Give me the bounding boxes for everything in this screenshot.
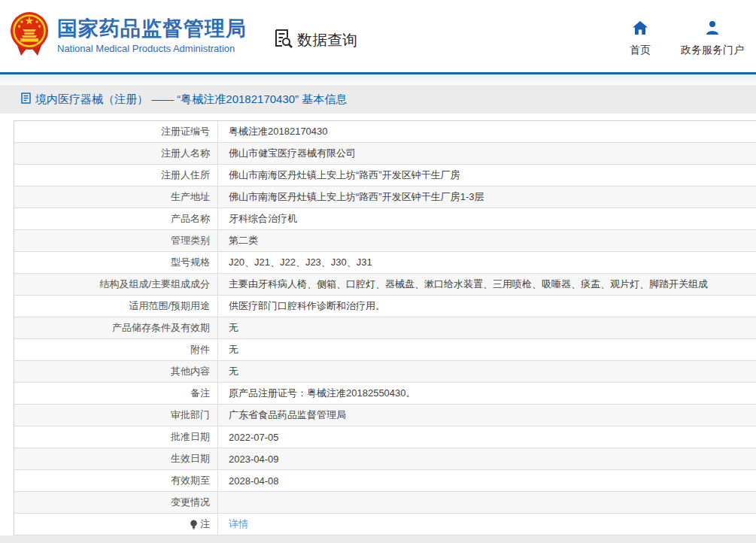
row-label: 生效日期 (14, 448, 218, 469)
row-value: 2023-04-09 (218, 448, 756, 469)
row-label: 变更情况 (14, 492, 218, 513)
row-value: 第二类 (218, 230, 756, 251)
table-row: 审批部门广东省食品药品监督管理局 (14, 405, 756, 426)
nav-gov-portal-label: 政务服务门户 (681, 44, 744, 57)
row-label: 注册人住所 (14, 165, 218, 186)
table-row: 附件无 (14, 339, 756, 361)
table-row: 产品名称牙科综合治疗机 (14, 208, 756, 230)
row-label: 生产地址 (14, 187, 218, 208)
row-value: 粤械注准20182170430 (218, 121, 756, 142)
table-row: 适用范围/预期用途供医疗部门口腔科作诊断和治疗用。 (14, 296, 756, 317)
row-label: 批准日期 (14, 426, 218, 447)
row-label: 有效期至 (14, 470, 218, 491)
row-value (218, 492, 756, 513)
table-row: 有效期至2028-04-08 (14, 470, 756, 492)
page-title: 境内医疗器械（注册） —— “粤械注准20182170430” 基本信息 (35, 93, 347, 107)
row-label: 注册证编号 (14, 121, 218, 142)
row-label: 审批部门 (14, 405, 218, 426)
page-title-bar: 境内医疗器械（注册） —— “粤械注准20182170430” 基本信息 (0, 85, 756, 114)
nav-home-label: 首页 (630, 44, 651, 57)
table-row: 注册证编号粤械注准20182170430 (14, 121, 756, 143)
row-label: 结构及组成/主要组成成分 (14, 274, 218, 295)
table-row: 注册人名称佛山市健宝医疗器械有限公司 (14, 143, 756, 165)
header-shadow (0, 74, 756, 85)
row-value: 原产品注册证号：粤械注准20182550430。 (218, 383, 756, 404)
row-value: 佛山市健宝医疗器械有限公司 (218, 143, 756, 164)
row-value: 2022-07-05 (218, 426, 756, 447)
row-label: 产品储存条件及有效期 (14, 317, 218, 338)
nmpa-logo[interactable]: 国家药品监督管理局 National Medical Products Admi… (9, 11, 247, 62)
row-value: 广东省食品药品监督管理局 (218, 405, 756, 426)
row-label: 型号规格 (14, 252, 218, 273)
table-row: 产品储存条件及有效期无 (14, 317, 756, 339)
table-row: 注册人住所佛山市南海区丹灶镇上安上坊“路西”开发区钟干生厂房 (14, 165, 756, 187)
table-row: 结构及组成/主要组成成分主要由牙科病人椅、侧箱、口腔灯、器械盘、漱口给水装置、三… (14, 274, 756, 296)
row-value: 详情 (218, 514, 756, 535)
table-row: 型号规格J20、J21、J22、J23、J30、J31 (14, 252, 756, 274)
row-value: 无 (218, 317, 756, 338)
footer-strip (0, 535, 756, 543)
top-nav: 首页 政务服务门户 (630, 20, 744, 57)
site-header: 国家药品监督管理局 National Medical Products Admi… (0, 0, 756, 72)
row-label: 适用范围/预期用途 (14, 296, 218, 317)
row-value: 供医疗部门口腔科作诊断和治疗用。 (218, 296, 756, 317)
details-link[interactable]: 详情 (229, 517, 248, 531)
row-label: 备注 (14, 383, 218, 404)
table-row: 管理类别第二类 (14, 230, 756, 252)
table-row: 其他内容无 (14, 361, 756, 383)
table-row: 备注原产品注册证号：粤械注准20182550430。 (14, 383, 756, 405)
row-value: 主要由牙科病人椅、侧箱、口腔灯、器械盘、漱口给水装置、三用喷枪、吸唾器、痰盂、观… (218, 274, 756, 295)
row-label: 管理类别 (14, 230, 218, 251)
table-row: 批准日期2022-07-05 (14, 426, 756, 448)
table-row: 变更情况 (14, 492, 756, 514)
row-value: 佛山市南海区丹灶镇上安上坊“路西”开发区钟干生厂房 (218, 165, 756, 186)
org-name-en: National Medical Products Administration (57, 43, 247, 54)
nav-gov-portal[interactable]: 政务服务门户 (681, 20, 744, 57)
table-row: 生效日期2023-04-09 (14, 448, 756, 470)
national-emblem-icon (9, 11, 50, 62)
user-icon (704, 20, 721, 38)
row-label: 其他内容 (14, 361, 218, 382)
nav-data-query[interactable]: 数据查询 (272, 28, 357, 52)
row-value: J20、J21、J22、J23、J30、J31 (218, 252, 756, 273)
table-row: 注详情 (14, 514, 756, 535)
org-name-zh: 国家药品监督管理局 (57, 18, 247, 41)
document-icon (21, 93, 31, 107)
org-name: 国家药品监督管理局 National Medical Products Admi… (57, 18, 247, 55)
nav-home[interactable]: 首页 (630, 20, 651, 57)
data-query-label: 数据查询 (297, 30, 357, 50)
row-label: 注册人名称 (14, 143, 218, 164)
row-value: 佛山市南海区丹灶镇上安上坊“路西”开发区钟干生厂房1-3层 (218, 187, 756, 208)
home-icon (632, 20, 648, 38)
row-label: 注 (14, 514, 218, 535)
row-value: 2028-04-08 (218, 470, 756, 491)
row-value: 无 (218, 339, 756, 360)
bulb-icon (190, 520, 198, 529)
registration-info-table: 注册证编号粤械注准20182170430注册人名称佛山市健宝医疗器械有限公司注册… (14, 120, 756, 535)
table-row: 生产地址佛山市南海区丹灶镇上安上坊“路西”开发区钟干生厂房1-3层 (14, 187, 756, 208)
row-value: 牙科综合治疗机 (218, 208, 756, 229)
row-value: 无 (218, 361, 756, 382)
row-label: 附件 (14, 339, 218, 360)
row-label: 产品名称 (14, 208, 218, 229)
data-query-icon (272, 28, 293, 52)
